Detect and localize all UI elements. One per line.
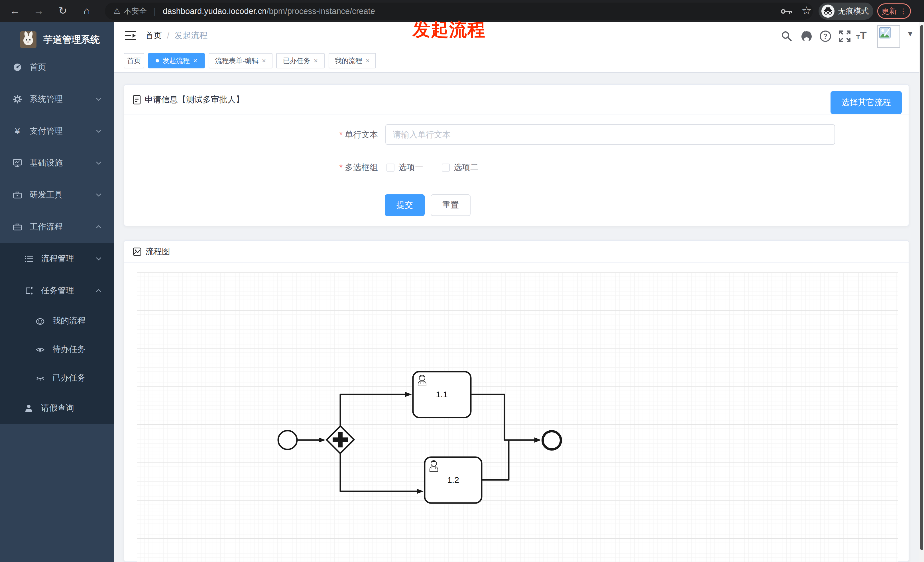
sidebar-item-label: 系统管理 (30, 93, 63, 105)
sidebar-item-leave-query[interactable]: 请假查询 (0, 392, 114, 424)
tab-label: 发起流程 (162, 56, 190, 65)
eye-icon (35, 345, 45, 354)
sidebar-item-label: 研发工具 (30, 189, 63, 201)
yen-icon: ¥ (12, 126, 22, 136)
sidebar-item-task-management[interactable]: 任务管理 (0, 275, 114, 307)
security-label[interactable]: 不安全 (124, 6, 147, 16)
flow-list-icon (24, 254, 34, 264)
tab-label: 首页 (127, 56, 141, 65)
chevron-down-icon (96, 97, 102, 101)
tab-label: 我的流程 (335, 56, 362, 65)
fullscreen-icon[interactable] (838, 30, 851, 42)
monitor-icon (12, 158, 22, 168)
checkbox-option-2-label[interactable]: 选项二 (454, 159, 478, 176)
image-icon (133, 247, 141, 256)
toolbox-icon (12, 190, 22, 200)
task-tree-icon (24, 286, 34, 295)
start-event[interactable] (278, 431, 297, 450)
close-icon[interactable]: × (314, 57, 318, 65)
close-icon[interactable]: × (193, 57, 197, 65)
github-icon[interactable] (800, 30, 813, 42)
briefcase-icon (12, 222, 22, 232)
broken-image-icon (879, 27, 891, 39)
sidebar-item-devtools[interactable]: 研发工具 (0, 179, 114, 211)
update-label[interactable]: 更新 (882, 6, 897, 16)
card-header: 流程图 (124, 241, 909, 263)
eye-closed-icon (35, 373, 45, 383)
tab-done-tasks[interactable]: 已办任务 × (276, 53, 325, 68)
user-avatar[interactable] (877, 25, 900, 48)
sidebar-item-label: 请假查询 (41, 402, 74, 414)
sidebar-item-home[interactable]: 首页 (0, 51, 114, 83)
checkbox-option-1-label[interactable]: 选项一 (399, 159, 423, 176)
close-icon[interactable]: × (262, 57, 266, 65)
breadcrumb-home[interactable]: 首页 (146, 30, 162, 41)
tab-home[interactable]: 首页 (124, 53, 144, 68)
checkbox-option-2[interactable] (442, 163, 450, 172)
bpmn-canvas: 1.1 1.2 (137, 273, 898, 562)
sidebar-item-label: 工作流程 (30, 221, 63, 232)
bookmark-star-icon[interactable]: ☆ (801, 4, 812, 17)
tab-start-process[interactable]: 发起流程 × (148, 53, 205, 68)
sidebar-item-done-tasks[interactable]: 已办任务 (0, 364, 114, 392)
tab-my-processes[interactable]: 我的流程 × (328, 53, 376, 68)
text-field-label: *单行文本 (232, 125, 378, 144)
flow-gateway-to-task1 (340, 394, 405, 426)
incognito-icon (821, 4, 834, 18)
svg-text:?: ? (823, 32, 827, 40)
sidebar: 芋道管理系统 首页 系统管理 ¥ 支付管理 (0, 22, 114, 562)
reset-button[interactable]: 重置 (430, 194, 471, 216)
submit-button[interactable]: 提交 (385, 194, 424, 216)
parallel-gateway[interactable] (327, 426, 354, 453)
active-tab-dot (156, 59, 159, 62)
user-task-1-1[interactable]: 1.1 (413, 372, 471, 418)
required-asterisk: * (339, 130, 343, 139)
sidebar-item-todo-tasks[interactable]: 待办任务 (0, 335, 114, 364)
breadcrumb-current: 发起流程 (174, 30, 207, 41)
url-divider: | (154, 6, 156, 16)
user-task-1-2[interactable]: 1.2 (424, 457, 482, 503)
browser-back-button[interactable]: ← (8, 4, 22, 18)
tab-label: 已办任务 (283, 56, 310, 65)
bpmn-diagram: 1.1 1.2 (137, 273, 898, 562)
chevron-down-icon (96, 257, 102, 261)
sidebar-item-label: 基础设施 (30, 157, 63, 169)
font-size-icon[interactable]: TT (856, 31, 867, 40)
sidebar-item-system[interactable]: 系统管理 (0, 83, 114, 115)
browser-update-button[interactable]: 更新 ⋮ (877, 3, 911, 19)
gear-icon (12, 94, 22, 104)
saved-password-key-icon[interactable] (781, 7, 793, 15)
tab-form-edit[interactable]: 流程表单-编辑 × (208, 53, 273, 68)
single-line-text-input[interactable] (386, 124, 835, 145)
address-bar[interactable]: ⚠ 不安全 | dashboard.yudao.iocoder.cn/bpm/p… (105, 3, 813, 19)
chevron-up-icon (96, 225, 102, 229)
browser-menu-dots-icon[interactable]: ⋮ (900, 7, 907, 15)
help-icon[interactable]: ? (819, 30, 832, 42)
browser-home-button[interactable]: ⌂ (80, 4, 93, 18)
close-icon[interactable]: × (366, 57, 370, 65)
robot-icon (35, 316, 45, 326)
search-icon[interactable] (780, 30, 793, 42)
sidebar-toggle-icon[interactable] (124, 30, 136, 41)
sidebar-item-label: 已办任务 (52, 372, 86, 384)
switch-process-button[interactable]: 选择其它流程 (831, 91, 902, 114)
avatar-caret-icon[interactable]: ▾ (908, 28, 912, 39)
task-label: 1.1 (436, 390, 448, 399)
page-annotation: 发起流程 (413, 18, 486, 42)
browser-reload-button[interactable]: ↻ (56, 4, 69, 18)
sidebar-item-label: 支付管理 (30, 125, 63, 137)
sidebar-item-workflow[interactable]: 工作流程 (0, 211, 114, 243)
sidebar-item-label: 流程管理 (41, 253, 74, 264)
sidebar-item-label: 任务管理 (41, 285, 74, 297)
browser-forward-button[interactable]: → (32, 4, 46, 18)
sidebar-item-infrastructure[interactable]: 基础设施 (0, 147, 114, 179)
page-header: 首页 / 发起流程 ? TT ▾ (114, 22, 920, 49)
checkbox-option-1[interactable] (387, 163, 394, 172)
sidebar-item-payment[interactable]: ¥ 支付管理 (0, 115, 114, 147)
page-scrollbar-thumb[interactable] (920, 25, 923, 550)
url-host: dashboard.yudao.iocoder.cn (163, 6, 267, 16)
end-event[interactable] (543, 431, 561, 450)
sidebar-item-my-processes[interactable]: 我的流程 (0, 307, 114, 335)
person-icon (24, 403, 34, 413)
sidebar-item-process-management[interactable]: 流程管理 (0, 243, 114, 275)
